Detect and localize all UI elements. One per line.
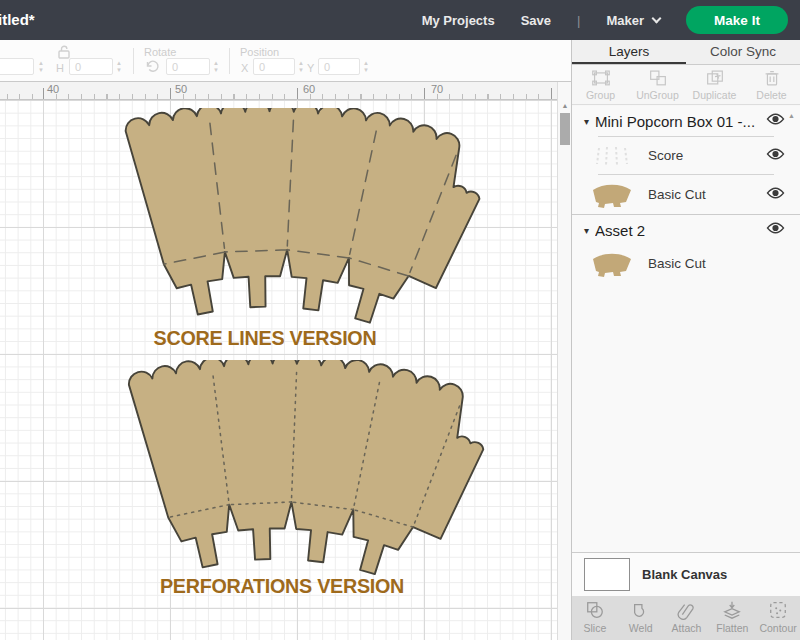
canvas-color-swatch[interactable]: [584, 558, 630, 591]
y-label: Y: [307, 62, 314, 74]
contour-icon: [767, 606, 789, 623]
group-icon: [590, 73, 612, 90]
basic-cut-layer-thumbnail: [589, 182, 635, 208]
ungroup-button[interactable]: UnGroup: [629, 65, 686, 104]
top-nav: My Projects Save | Maker Make It: [422, 6, 800, 34]
perforations-version-caption[interactable]: PERFORATIONS VERSION: [113, 574, 451, 598]
width-stepper[interactable]: ▲▼: [36, 58, 46, 75]
ruler-major-ticks: [0, 88, 557, 99]
position-y-stepper[interactable]: ▲▼: [361, 58, 371, 75]
contour-button[interactable]: Contour: [755, 596, 800, 640]
machine-selector[interactable]: Maker: [606, 13, 660, 28]
disclosure-triangle-icon[interactable]: ▾: [584, 225, 589, 236]
duplicate-icon: [704, 73, 726, 90]
x-label: X: [241, 62, 248, 74]
layer-tools-bar: Slice Weld Attach Flatten Contour: [572, 596, 800, 640]
tab-layers[interactable]: Layers: [572, 40, 686, 64]
slice-button[interactable]: Slice: [572, 596, 618, 640]
project-title[interactable]: Untitled*: [0, 11, 130, 29]
popcorn-box-perforations-template[interactable]: [105, 360, 513, 584]
make-it-button[interactable]: Make It: [686, 6, 788, 34]
list-scroll-up-arrow-icon[interactable]: ▲: [788, 112, 795, 119]
weld-button[interactable]: Weld: [618, 596, 664, 640]
height-label: H: [56, 62, 64, 74]
rotate-label: Rotate: [144, 46, 176, 58]
blank-canvas-label: Blank Canvas: [642, 567, 727, 582]
layer-row-basic-cut-1[interactable]: Basic Cut: [572, 175, 800, 214]
rotate-field[interactable]: 0: [166, 58, 210, 75]
group-button[interactable]: Group: [572, 65, 629, 104]
rotate-icon[interactable]: [144, 58, 160, 78]
my-projects-link[interactable]: My Projects: [422, 13, 495, 28]
position-x-field[interactable]: 0: [253, 58, 295, 75]
score-version-caption[interactable]: SCORE LINES VERSION: [110, 326, 420, 350]
layer-group-asset-2[interactable]: ▾ Asset 2: [572, 215, 800, 245]
weld-icon: [630, 606, 652, 623]
popcorn-box-score-template[interactable]: [101, 108, 509, 332]
rotate-stepper[interactable]: ▲▼: [211, 58, 221, 75]
delete-button[interactable]: Delete: [743, 65, 800, 104]
layers-panel: Layers Color Sync Group UnGroup Duplicat…: [571, 40, 800, 640]
eye-icon[interactable]: [766, 221, 800, 239]
delete-icon: [761, 73, 783, 90]
height-stepper[interactable]: ▲▼: [114, 58, 124, 75]
attach-button[interactable]: Attach: [664, 596, 710, 640]
eye-icon[interactable]: [766, 147, 800, 165]
layer-list: ▲ ▾ Mini Popcorn Box 01 -... Score Basic…: [572, 106, 800, 552]
design-canvas[interactable]: 40 50 60 70 SCORE LINES VERSION PERFORAT…: [0, 82, 571, 640]
chevron-down-icon: [652, 13, 662, 23]
scrollbar-thumb[interactable]: [560, 113, 570, 145]
horizontal-ruler: 40 50 60 70: [0, 82, 557, 100]
layer-action-buttons: Group UnGroup Duplicate Delete: [572, 65, 800, 105]
position-label: Position: [240, 46, 279, 58]
score-layer-thumbnail: [589, 143, 635, 169]
position-x-stepper[interactable]: ▲▼: [296, 58, 306, 75]
toolbar-divider: [133, 48, 134, 74]
attach-icon: [675, 606, 697, 623]
nav-divider: |: [577, 13, 580, 28]
disclosure-triangle-icon[interactable]: ▾: [584, 116, 589, 127]
ungroup-icon: [647, 73, 669, 90]
duplicate-button[interactable]: Duplicate: [686, 65, 743, 104]
blank-canvas-row: Blank Canvas: [572, 552, 800, 596]
height-field[interactable]: 0: [69, 58, 113, 75]
scroll-up-arrow-icon[interactable]: ▲: [558, 102, 572, 109]
tab-color-sync[interactable]: Color Sync: [686, 40, 800, 64]
top-bar: Untitled* My Projects Save | Maker Make …: [0, 0, 800, 40]
layer-row-basic-cut-2[interactable]: Basic Cut: [572, 245, 800, 282]
panel-tabs: Layers Color Sync: [572, 40, 800, 65]
ruler-label: 40: [47, 83, 59, 95]
eye-icon[interactable]: [766, 186, 800, 204]
canvas-vertical-scrollbar[interactable]: ▲: [557, 82, 571, 640]
edit-toolbar: 0 ▲▼ H 0 ▲▼ Rotate 0 ▲▼ Position X 0 ▲▼ …: [0, 40, 571, 82]
ruler-label: 50: [175, 83, 187, 95]
flatten-icon: [721, 606, 743, 623]
basic-cut-layer-thumbnail: [589, 251, 635, 277]
save-link[interactable]: Save: [521, 13, 551, 28]
layer-row-score[interactable]: Score: [572, 137, 800, 174]
ruler-label: 70: [431, 83, 443, 95]
layer-group-popcorn-box[interactable]: ▾ Mini Popcorn Box 01 -...: [572, 106, 800, 136]
toolbar-divider: [229, 48, 230, 74]
width-field[interactable]: 0: [0, 58, 34, 75]
position-y-field[interactable]: 0: [318, 58, 360, 75]
slice-icon: [584, 606, 606, 623]
flatten-button[interactable]: Flatten: [709, 596, 755, 640]
ruler-label: 60: [303, 83, 315, 95]
